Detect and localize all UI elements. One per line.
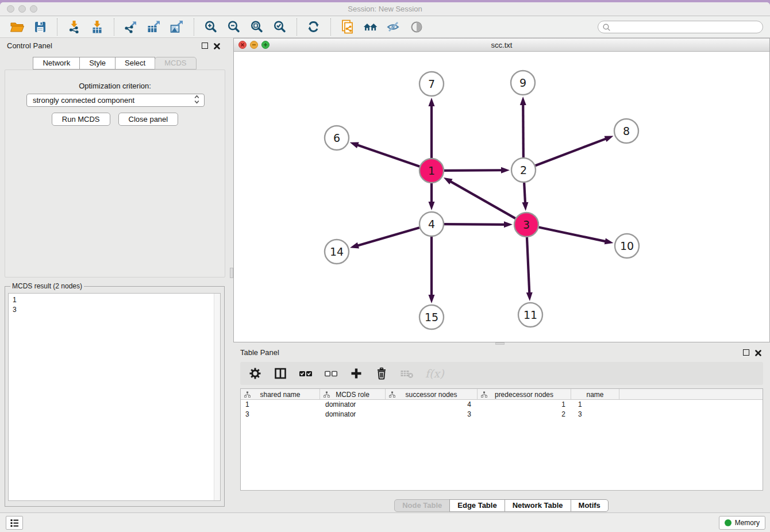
settings-gear-icon[interactable]	[248, 367, 262, 380]
split-view-icon[interactable]	[274, 367, 287, 380]
graph-node-7[interactable]: 7	[419, 72, 444, 96]
close-panel-button[interactable]: Close panel	[118, 113, 179, 126]
add-column-icon[interactable]	[349, 367, 363, 380]
table-tabs: Node TableEdge TableNetwork TableMotifs	[233, 499, 770, 512]
export-table-icon[interactable]	[147, 20, 161, 34]
graph-edge-2-9[interactable]	[520, 97, 526, 157]
node-table[interactable]: shared nameMCDS rolesuccessor nodesprede…	[240, 388, 763, 491]
graph-edge-1-2[interactable]	[444, 167, 510, 174]
graph-node-4[interactable]: 4	[419, 212, 444, 236]
mcds-panel: Optimization criterion: strongly connect…	[5, 70, 225, 277]
tab-network[interactable]: Network	[33, 57, 80, 70]
cell-mcds-role[interactable]: dominator	[321, 410, 387, 419]
cell-shared-name[interactable]: 1	[241, 400, 321, 410]
mcds-result-value: 3	[9, 305, 220, 315]
close-panel-icon[interactable]	[754, 349, 762, 356]
graph-node-8[interactable]: 8	[614, 119, 638, 143]
cell-shared-name[interactable]: 3	[241, 410, 321, 419]
save-session-icon[interactable]	[33, 20, 48, 34]
table-row[interactable]: 1dominator411	[241, 400, 763, 410]
deselect-all-checkboxes-icon[interactable]	[324, 367, 338, 380]
float-panel-icon[interactable]	[202, 43, 208, 49]
task-history-button[interactable]	[6, 516, 23, 530]
cell-successor-nodes[interactable]: 4	[387, 400, 479, 410]
zoom-out-icon[interactable]	[226, 20, 241, 34]
optimization-criterion-select[interactable]: strongly connected component	[26, 94, 205, 107]
show-eye-icon[interactable]	[409, 20, 424, 34]
graph-edge-2-3[interactable]	[522, 183, 528, 211]
column-header-predecessor-nodes[interactable]: predecessor nodes	[478, 389, 571, 400]
tab-style[interactable]: Style	[79, 57, 116, 70]
column-header-shared-name[interactable]: shared name	[241, 389, 320, 400]
graph-edge-3-1[interactable]	[444, 178, 515, 218]
delete-column-icon[interactable]	[375, 367, 388, 380]
mcds-result-textarea[interactable]: 13	[8, 293, 221, 501]
svg-text:10: 10	[620, 240, 634, 252]
graph-edge-4-3[interactable]	[444, 221, 513, 228]
home-icon[interactable]	[363, 20, 378, 34]
network-canvas[interactable]: 7968124314101511	[234, 52, 769, 342]
search-box[interactable]	[598, 21, 763, 33]
function-builder-icon[interactable]: f(x)	[425, 367, 444, 380]
graph-node-15[interactable]: 15	[419, 305, 444, 329]
memory-button[interactable]: Memory	[719, 516, 765, 530]
refresh-icon[interactable]	[306, 20, 321, 34]
select-all-checkboxes-icon[interactable]	[299, 367, 313, 380]
graph-node-9[interactable]: 9	[511, 71, 535, 95]
column-header-name[interactable]: name	[571, 389, 619, 400]
svg-text:6: 6	[333, 132, 340, 144]
run-mcds-button[interactable]: Run MCDS	[52, 113, 110, 126]
table-panel: Table Panel	[233, 345, 770, 512]
graph-edge-4-14[interactable]	[350, 228, 419, 248]
graph-node-6[interactable]: 6	[325, 126, 349, 150]
selected-option-label: strongly connected component	[33, 96, 134, 105]
tab-motifs[interactable]: Motifs	[571, 499, 609, 512]
import-network-icon[interactable]	[67, 20, 82, 34]
cell-predecessor-nodes[interactable]: 1	[479, 400, 573, 410]
zoom-selected-icon[interactable]	[272, 20, 287, 34]
export-network-icon[interactable]	[124, 20, 138, 34]
graph-edge-3-10[interactable]	[539, 228, 614, 245]
svg-text:1: 1	[428, 164, 435, 177]
network-window-titlebar: scc.txt	[234, 38, 769, 52]
graph-edge-2-8[interactable]	[536, 136, 614, 166]
scrollbar-track[interactable]	[214, 294, 220, 500]
column-header-mcds-role[interactable]: MCDS role	[320, 389, 386, 400]
search-input[interactable]	[613, 22, 763, 32]
graph-node-2[interactable]: 2	[511, 158, 536, 182]
graph-edge-1-7[interactable]	[429, 98, 435, 158]
graph-node-11[interactable]: 11	[518, 303, 542, 327]
svg-text:4: 4	[428, 218, 435, 230]
graph-node-1[interactable]: 1	[419, 159, 444, 183]
graph-edge-1-6[interactable]	[350, 142, 420, 167]
cell-successor-nodes[interactable]: 3	[387, 410, 479, 419]
tab-network-table[interactable]: Network Table	[505, 499, 571, 512]
tab-mcds[interactable]: MCDS	[155, 57, 196, 70]
graph-edge-4-15[interactable]	[429, 237, 435, 303]
open-network-in-browser-icon[interactable]	[340, 20, 355, 34]
export-image-icon[interactable]	[170, 20, 184, 34]
column-header-successor-nodes[interactable]: successor nodes	[386, 389, 478, 400]
delete-table-icon[interactable]	[400, 367, 414, 380]
application-window: Session: New Session	[0, 0, 770, 532]
table-row[interactable]: 3dominator323	[241, 410, 763, 419]
import-table-icon[interactable]	[90, 20, 105, 34]
graph-node-10[interactable]: 10	[615, 234, 639, 258]
hide-glasses-icon[interactable]	[386, 20, 401, 34]
zoom-fit-icon[interactable]	[249, 20, 264, 34]
cell-mcds-role[interactable]: dominator	[321, 400, 387, 410]
tab-select[interactable]: Select	[115, 57, 155, 70]
graph-edge-3-11[interactable]	[526, 237, 533, 301]
close-panel-icon[interactable]	[213, 42, 221, 49]
open-session-icon[interactable]	[10, 20, 25, 34]
cell-predecessor-nodes[interactable]: 2	[479, 410, 573, 419]
graph-edge-1-4[interactable]	[429, 183, 435, 210]
zoom-in-icon[interactable]	[203, 20, 218, 34]
cell-name[interactable]: 1	[573, 400, 622, 410]
graph-node-3[interactable]: 3	[514, 213, 538, 237]
graph-node-14[interactable]: 14	[325, 240, 349, 264]
cell-name[interactable]: 3	[573, 410, 622, 419]
tab-node-table[interactable]: Node Table	[394, 499, 450, 512]
float-panel-icon[interactable]	[743, 349, 749, 356]
tab-edge-table[interactable]: Edge Table	[449, 499, 505, 512]
